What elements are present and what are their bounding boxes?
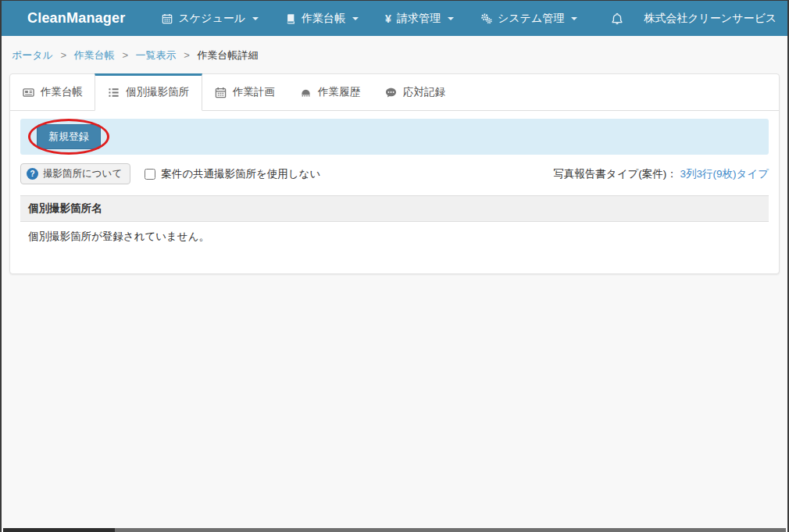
- chevron-down-icon: [252, 17, 259, 20]
- menu-work-ledger[interactable]: 作業台帳: [272, 1, 372, 36]
- notifications-button[interactable]: [591, 1, 644, 36]
- breadcrumb: ポータル > 作業台帳 > 一覧表示 > 作業台帳詳細: [2, 36, 787, 73]
- breadcrumb-separator: >: [122, 49, 128, 61]
- tab-label: 作業計画: [233, 85, 275, 99]
- bell-icon: [611, 12, 623, 25]
- menu-schedule-label: スケジュール: [178, 12, 245, 26]
- options-row: ? 撮影箇所について 案件の共通撮影箇所を使用しない 写真報告書タイプ(案件)：…: [20, 163, 769, 184]
- navbar-right: 株式会社クリーンサービス: [591, 1, 789, 36]
- tab-work-history[interactable]: 作業履歴: [287, 74, 373, 110]
- scrollbar-thumb[interactable]: [3, 528, 115, 532]
- detail-card: 作業台帳 個別撮影箇所 作業計画 作業履歴: [9, 73, 780, 274]
- tab-label: 作業履歴: [318, 85, 360, 99]
- tab-label: 応対記録: [403, 85, 445, 99]
- annotated-button-wrapper: 新規登録: [37, 124, 101, 149]
- photo-report-type: 写真報告書タイプ(案件)： 3列3行(9枚)タイプ: [553, 167, 769, 181]
- book-icon: [285, 13, 296, 24]
- tab-bar: 作業台帳 個別撮影箇所 作業計画 作業履歴: [10, 74, 779, 111]
- top-navbar: CleanManager スケジュール 作業台帳 ¥ 請求管理: [2, 1, 787, 36]
- app-window: CleanManager スケジュール 作業台帳 ¥ 請求管理: [0, 0, 789, 532]
- gears-icon: [480, 12, 492, 24]
- common-locations-checkbox[interactable]: [145, 169, 155, 180]
- chevron-down-icon: [448, 17, 454, 20]
- newspaper-icon: [23, 87, 34, 98]
- list-icon: [108, 87, 120, 98]
- company-account-menu[interactable]: 株式会社クリーンサービス: [644, 12, 777, 26]
- calendar-icon: [215, 87, 227, 98]
- new-registration-button[interactable]: 新規登録: [37, 124, 101, 149]
- brand-logo[interactable]: CleanManager: [27, 10, 125, 27]
- history-icon: [300, 87, 312, 98]
- empty-list-message: 個別撮影箇所が登録されていません。: [20, 222, 769, 247]
- report-type-label: 写真報告書タイプ(案件)：: [553, 168, 677, 180]
- breadcrumb-link-list-view[interactable]: 一覧表示: [136, 49, 177, 61]
- tab-label: 個別撮影箇所: [126, 85, 189, 99]
- tab-work-plan[interactable]: 作業計画: [202, 74, 287, 110]
- common-locations-checkbox-label[interactable]: 案件の共通撮影箇所を使用しない: [145, 167, 320, 181]
- table-header-location-name: 個別撮影箇所名: [20, 195, 769, 222]
- breadcrumb-current: 作業台帳詳細: [197, 49, 258, 61]
- report-type-link[interactable]: 3列3行(9枚)タイプ: [680, 168, 769, 180]
- main-menu: スケジュール 作業台帳 ¥ 請求管理 システム管理: [148, 1, 591, 36]
- help-button-label: 撮影箇所について: [43, 167, 122, 180]
- tab-individual-shooting-locations[interactable]: 個別撮影箇所: [95, 73, 202, 111]
- about-shooting-locations-button[interactable]: ? 撮影箇所について: [20, 163, 130, 184]
- tab-content: 新規登録 ? 撮影箇所について 案件の共通撮影箇所を使用しない 写真報告書タイプ…: [10, 111, 779, 273]
- tab-label: 作業台帳: [41, 85, 83, 99]
- menu-billing-label: 請求管理: [397, 12, 441, 26]
- menu-schedule[interactable]: スケジュール: [148, 1, 272, 36]
- breadcrumb-link-work-ledger[interactable]: 作業台帳: [74, 49, 115, 61]
- tab-response-records[interactable]: 応対記録: [373, 74, 458, 110]
- menu-system-admin-label: システム管理: [498, 12, 564, 26]
- menu-billing[interactable]: ¥ 請求管理: [372, 1, 467, 36]
- tab-work-ledger[interactable]: 作業台帳: [10, 74, 95, 110]
- calendar-icon: [162, 13, 173, 24]
- menu-system-admin[interactable]: システム管理: [467, 1, 591, 36]
- breadcrumb-separator: >: [61, 49, 67, 61]
- chevron-down-icon: [571, 17, 577, 20]
- chevron-down-icon: [352, 17, 359, 20]
- horizontal-scrollbar[interactable]: [3, 528, 786, 532]
- breadcrumb-link-portal[interactable]: ポータル: [12, 49, 53, 61]
- menu-work-ledger-label: 作業台帳: [302, 12, 345, 26]
- actions-bar: 新規登録: [20, 119, 769, 155]
- yen-icon: ¥: [385, 12, 391, 25]
- checkbox-text: 案件の共通撮影箇所を使用しない: [161, 167, 320, 181]
- comment-icon: [385, 87, 397, 98]
- question-circle-icon: ?: [27, 168, 38, 180]
- breadcrumb-separator: >: [184, 49, 190, 61]
